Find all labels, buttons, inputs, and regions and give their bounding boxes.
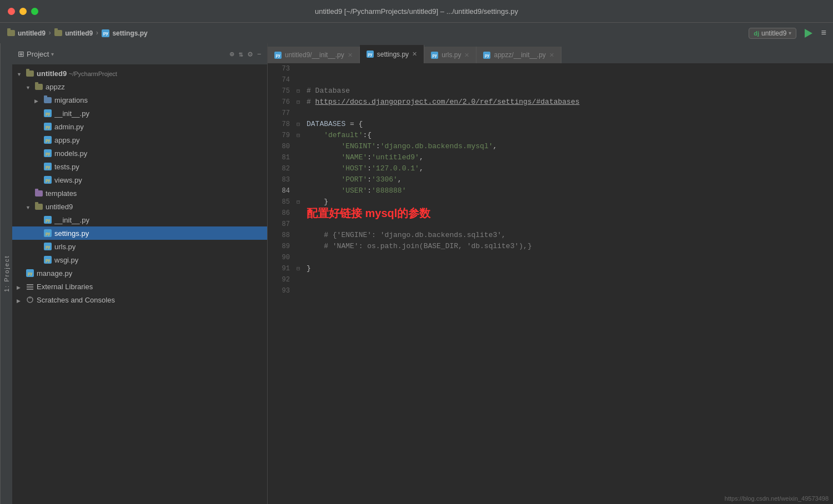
tree-item-tests[interactable]: py tests.py	[12, 160, 267, 173]
code-84-k: 'USER'	[341, 185, 367, 196]
code-81-indent	[307, 152, 341, 163]
code-area[interactable]: # Database # https://docs.djangoproject.…	[302, 63, 833, 504]
fold-81	[294, 152, 302, 163]
tree-item-init-appzz[interactable]: py __init__.py	[12, 107, 267, 120]
code-line-89: # 'NAME': os.path.join(BASE_DIR, 'db.sql…	[307, 241, 829, 252]
tree-item-settings[interactable]: py settings.py	[12, 226, 267, 240]
tree-item-admin[interactable]: py admin.py	[12, 120, 267, 133]
tab-label-urls: urls.py	[441, 51, 461, 59]
panel-action-settings[interactable]: ⚙	[248, 49, 252, 59]
panel-action-add[interactable]: ⊕	[229, 49, 234, 59]
close-button[interactable]	[8, 8, 15, 15]
tree-label-migrations: migrations	[54, 96, 88, 104]
tree-arrow-root	[17, 69, 24, 77]
tree-arrow-appzz	[26, 83, 33, 90]
tab-close-init[interactable]: ✕	[348, 52, 353, 59]
code-88-comment: # {'ENGINE': 'django.db.backends.sqlite3…	[324, 230, 506, 241]
code-81-colon: :	[367, 152, 372, 163]
tab-close-urls[interactable]: ✕	[464, 52, 469, 59]
svg-rect-0	[27, 284, 33, 285]
main-area: 1: Project ⊞ Project ▾ ⊕ ⇅ ⚙ – untitled9…	[0, 43, 833, 504]
django-project-badge[interactable]: dj untitled9 ▾	[749, 28, 796, 39]
tree-arrow-ext	[17, 283, 24, 290]
run-button[interactable]	[801, 26, 816, 41]
tree-item-ext-libs[interactable]: External Libraries	[12, 280, 267, 293]
svg-rect-2	[27, 289, 33, 290]
breadcrumb-item-file[interactable]: py settings.py	[101, 29, 147, 38]
fold-88	[294, 230, 302, 241]
tree-item-templates[interactable]: templates	[12, 187, 267, 200]
line-num-92: 92	[268, 274, 294, 285]
fold-91[interactable]: ⊟	[294, 263, 302, 274]
code-line-82: 'HOST' : '127.0.0.1' ,	[307, 163, 829, 174]
fold-78[interactable]: ⊟	[294, 119, 302, 130]
code-line-78: DATABASES = {	[307, 119, 829, 130]
code-line-81: 'NAME' : 'untitled9' ,	[307, 152, 829, 163]
tree-item-init-untitled9[interactable]: py __init__.py	[12, 213, 267, 226]
tree-item-untitled9-root[interactable]: untitled9 ~/PycharmProject	[12, 67, 267, 80]
line-num-82: 82	[268, 163, 294, 174]
breadcrumb-sep-2: ›	[95, 29, 99, 37]
fold-76: ⊟	[294, 97, 302, 108]
tree-arrow-migrations	[34, 96, 42, 104]
code-78-eq: = {	[345, 119, 363, 130]
tree-label-templates: templates	[46, 189, 77, 198]
code-line-79: 'default' :{	[307, 130, 829, 141]
tree-item-models[interactable]: py models.py	[12, 147, 267, 160]
tab-init[interactable]: py untitled9/__init__.py ✕	[268, 47, 360, 63]
tree-item-scratches[interactable]: Scratches and Consoles	[12, 293, 267, 306]
code-78-var: DATABASES	[307, 119, 345, 130]
window-controls[interactable]	[8, 8, 38, 15]
tree-item-untitled9-sub[interactable]: untitled9	[12, 200, 267, 213]
dj-project-name: untitled9	[761, 29, 786, 37]
tree-arrow-sub	[26, 203, 33, 210]
code-83-colon: :	[367, 174, 372, 185]
code-89-indent	[307, 241, 324, 252]
tree-icon-init-untitled9: py	[43, 215, 52, 224]
fold-79[interactable]: ⊟	[294, 130, 302, 141]
line-num-91: 91	[268, 263, 294, 274]
breadcrumb-item-sub[interactable]: untitled9	[54, 29, 93, 38]
comment-76-prefix: #	[307, 97, 315, 108]
tab-close-settings[interactable]: ✕	[412, 51, 417, 58]
breadcrumb-item-root[interactable]: untitled9	[7, 29, 46, 38]
fold-87	[294, 219, 302, 230]
tab-appzz-init[interactable]: py appzz/__init__.py ✕	[476, 47, 561, 63]
minimize-button[interactable]	[19, 8, 27, 15]
code-82-colon: :	[367, 163, 372, 174]
tree-item-manage[interactable]: py manage.py	[12, 266, 267, 280]
tree-item-apps[interactable]: py apps.py	[12, 133, 267, 147]
tree-label-ext: External Libraries	[37, 283, 93, 291]
panel-dropdown-arrow[interactable]: ▾	[51, 51, 54, 57]
tree-icon-views: py	[43, 175, 52, 184]
tab-close-appzz-init[interactable]: ✕	[549, 52, 554, 59]
tab-settings[interactable]: py settings.py ✕	[360, 45, 424, 63]
code-line-74	[307, 74, 829, 85]
tree-icon-tests: py	[43, 162, 52, 171]
fold-86	[294, 208, 302, 219]
tree-item-migrations[interactable]: migrations	[12, 93, 267, 107]
project-panel: ⊞ Project ▾ ⊕ ⇅ ⚙ – untitled9 ~/PycharmP…	[12, 43, 268, 504]
tree-item-appzz[interactable]: appzz	[12, 80, 267, 93]
tree-label-wsgi: wsgi.py	[54, 256, 78, 264]
panel-action-minimize[interactable]: –	[257, 49, 262, 58]
tab-icon-settings: py	[367, 51, 374, 58]
tree-item-views[interactable]: py views.py	[12, 173, 267, 187]
tab-urls[interactable]: py urls.py ✕	[424, 47, 476, 63]
tree-icon-models: py	[43, 149, 52, 158]
line-num-78: 78	[268, 119, 294, 130]
fold-85[interactable]: ⊟	[294, 196, 302, 208]
tree-item-urls[interactable]: py urls.py	[12, 240, 267, 253]
line-num-88: 88	[268, 230, 294, 241]
fold-90	[294, 252, 302, 263]
code-81-k: 'NAME'	[341, 152, 367, 163]
tree-item-wsgi[interactable]: py wsgi.py	[12, 253, 267, 266]
code-79-indent	[307, 130, 324, 141]
maximize-button[interactable]	[31, 8, 38, 15]
tree-icon-sub	[34, 202, 43, 211]
comment-76-link[interactable]: https://docs.djangoproject.com/en/2.0/re…	[315, 97, 580, 108]
tree-label-appzz: appzz	[46, 83, 65, 91]
panel-action-sync[interactable]: ⇅	[239, 49, 243, 59]
toolbar-menu-button[interactable]: ≡	[821, 28, 826, 38]
code-line-88: # {'ENGINE': 'django.db.backends.sqlite3…	[307, 230, 829, 241]
